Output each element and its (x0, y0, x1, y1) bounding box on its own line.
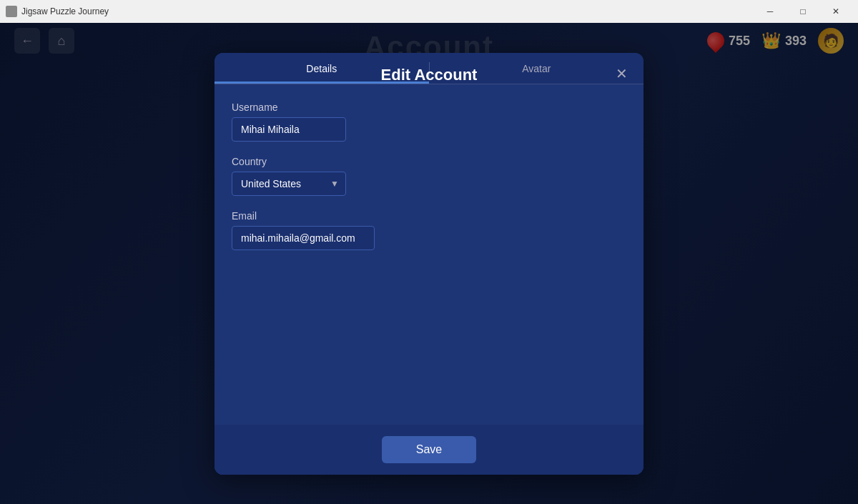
username-group: Username (232, 102, 626, 142)
modal-overlay: Edit Account ✕ Details Avatar User (0, 23, 858, 504)
app-title: Jigsaw Puzzle Journey (21, 6, 109, 16)
save-button[interactable]: Save (382, 436, 476, 463)
modal-footer: Save (214, 425, 644, 475)
email-input[interactable] (232, 226, 375, 250)
email-group: Email (232, 210, 626, 250)
game-area: ← ⌂ Account 755 👑 393 🧑 Edi (0, 23, 858, 504)
maximize-button[interactable]: □ (786, 0, 819, 23)
edit-account-modal: Edit Account ✕ Details Avatar User (214, 53, 644, 475)
username-input[interactable] (232, 117, 346, 142)
modal-body: Username Country United States United Ki… (214, 84, 644, 475)
email-label: Email (232, 210, 626, 222)
country-group: Country United States United Kingdom Can… (232, 156, 626, 196)
app-icon (6, 6, 17, 17)
country-label: Country (232, 156, 626, 167)
country-select-wrapper: United States United Kingdom Canada Aust… (232, 172, 346, 196)
title-bar: Jigsaw Puzzle Journey ─ □ ✕ (0, 0, 858, 23)
minimize-button[interactable]: ─ (754, 0, 786, 23)
title-bar-left: Jigsaw Puzzle Journey (6, 6, 109, 17)
title-bar-controls: ─ □ ✕ (754, 0, 852, 23)
modal-tabs: Details Avatar (214, 56, 644, 84)
tab-details[interactable]: Details (214, 56, 429, 84)
country-select[interactable]: United States United Kingdom Canada Aust… (232, 172, 346, 196)
tab-avatar[interactable]: Avatar (430, 56, 644, 84)
username-label: Username (232, 102, 626, 113)
modal-header: Edit Account ✕ Details Avatar (214, 53, 644, 84)
window-close-button[interactable]: ✕ (819, 0, 852, 23)
